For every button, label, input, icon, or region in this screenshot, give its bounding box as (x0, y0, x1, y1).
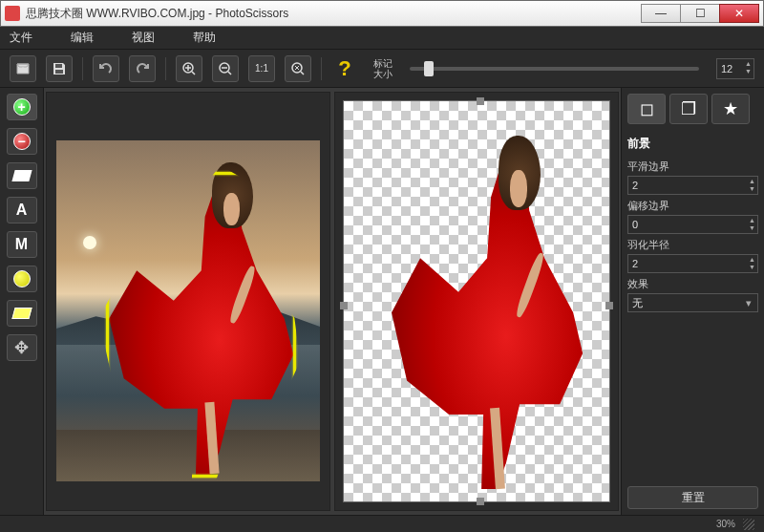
marker-size-spinner[interactable]: 12 ▲ ▼ (716, 58, 754, 79)
spinner-down[interactable]: ▼ (749, 185, 755, 193)
manual-tool[interactable]: M (7, 231, 37, 258)
zoom-actual-button[interactable]: 1:1 (248, 55, 275, 82)
spinner-down[interactable]: ▼ (749, 224, 755, 232)
window-titlebar: 思腾技术圈 WWW.RVIBO.COM.jpg - PhotoScissors … (0, 0, 764, 27)
selection-outline (106, 172, 296, 478)
separator (165, 57, 166, 80)
marker-size-slider[interactable] (410, 67, 699, 71)
result-panel[interactable] (334, 92, 619, 511)
open-button[interactable] (10, 55, 36, 82)
zoom-fit-button[interactable] (285, 55, 311, 82)
settings-tabs: ◻ ❐ ★ (627, 94, 758, 124)
feather-radius-input[interactable]: 2 ▲▼ (627, 254, 758, 273)
plus-circle-icon (13, 98, 31, 116)
spinner-up[interactable]: ▲ (749, 217, 755, 224)
feather-value: 2 (632, 258, 638, 269)
app-icon (5, 6, 20, 21)
feather-radius-label: 羽化半径 (627, 238, 758, 252)
undo-icon (98, 61, 114, 76)
tab-foreground[interactable]: ◻ (627, 94, 666, 124)
window-controls: — ☐ ✕ (642, 4, 759, 23)
add-foreground-tool[interactable] (7, 94, 37, 120)
slider-thumb[interactable] (424, 61, 434, 76)
menu-bar: 文件 编辑 视图 帮助 (0, 27, 764, 50)
maximize-button[interactable]: ☐ (680, 4, 720, 23)
separator (321, 57, 322, 80)
yellow-eraser-tool[interactable] (7, 300, 37, 327)
help-icon: ? (338, 56, 350, 81)
save-icon (52, 61, 67, 76)
crop-handle-right[interactable] (605, 302, 613, 309)
auto-tool[interactable]: A (7, 197, 37, 223)
reset-button[interactable]: 重置 (627, 486, 758, 509)
zoom-in-icon (181, 61, 197, 76)
separator (82, 57, 83, 80)
main-area: A M ✥ (0, 88, 764, 515)
offset-boundary-input[interactable]: 0 ▲▼ (627, 215, 758, 234)
foreground-section-title: 前景 (627, 136, 758, 152)
effect-value: 无 (632, 296, 643, 310)
copy-icon: ❐ (681, 98, 696, 119)
move-icon: ✥ (14, 337, 29, 358)
spinner-down[interactable]: ▼ (745, 68, 752, 75)
zoom-out-button[interactable] (212, 55, 239, 82)
smooth-boundary-input[interactable]: 2 ▲▼ (627, 176, 758, 195)
crop-handle-left[interactable] (340, 302, 348, 309)
resize-grip[interactable] (743, 519, 754, 530)
crop-handle-top[interactable] (477, 97, 484, 105)
spinner-up[interactable]: ▲ (749, 178, 755, 185)
menu-view[interactable]: 视图 (132, 30, 155, 46)
tab-background[interactable]: ❐ (669, 94, 708, 124)
zoom-11-icon: 1:1 (255, 63, 268, 74)
original-panel[interactable] (46, 92, 330, 511)
letter-a-icon: A (16, 202, 28, 219)
window-title: 思腾技术圈 WWW.RVIBO.COM.jpg - PhotoScissors (26, 6, 642, 22)
undo-button[interactable] (93, 55, 119, 82)
settings-panel: ◻ ❐ ★ 前景 平滑边界 2 ▲▼ 偏移边界 0 ▲▼ 羽化半径 2 ▲▼ 效… (621, 88, 764, 515)
marker-size-value: 12 (721, 63, 732, 74)
effect-dropdown[interactable]: 无 (627, 293, 758, 312)
zoom-out-icon (218, 61, 233, 76)
spinner-down[interactable]: ▼ (749, 264, 755, 271)
status-bar: 30% (0, 515, 764, 532)
effect-label: 效果 (627, 277, 758, 291)
yellow-eraser-icon (11, 308, 32, 319)
square-filled-icon: ◻ (640, 98, 654, 119)
redo-icon (135, 61, 150, 76)
offset-value: 0 (632, 219, 638, 230)
zoom-in-button[interactable] (176, 55, 202, 82)
original-image (56, 140, 320, 481)
smooth-boundary-label: 平滑边界 (627, 160, 758, 174)
star-icon: ★ (723, 98, 738, 119)
menu-help[interactable]: 帮助 (193, 30, 216, 46)
letter-m-icon: M (15, 236, 28, 253)
zoom-fit-icon (290, 61, 306, 76)
yellow-circle-icon (13, 270, 31, 287)
tool-sidebar: A M ✥ (0, 88, 44, 515)
menu-edit[interactable]: 编辑 (71, 30, 94, 46)
transparency-background (343, 100, 610, 502)
spinner-up[interactable]: ▲ (749, 256, 755, 264)
eraser-icon (11, 170, 32, 181)
remove-background-tool[interactable] (7, 128, 37, 155)
save-button[interactable] (46, 55, 73, 82)
svg-rect-0 (55, 64, 62, 68)
offset-boundary-label: 偏移边界 (627, 199, 758, 213)
yellow-marker-tool[interactable] (7, 266, 37, 292)
canvas-area (44, 88, 621, 515)
crop-handle-bottom[interactable] (477, 498, 484, 505)
menu-file[interactable]: 文件 (10, 30, 32, 46)
spinner-arrows: ▲ ▼ (745, 60, 752, 75)
top-toolbar: 1:1 ? 标记 大小 12 ▲ ▼ (0, 50, 764, 88)
redo-button[interactable] (129, 55, 156, 82)
tab-favorite[interactable]: ★ (711, 94, 750, 124)
move-tool[interactable]: ✥ (7, 334, 37, 361)
close-button[interactable]: ✕ (719, 4, 759, 23)
help-button[interactable]: ? (331, 55, 358, 82)
minimize-button[interactable]: — (641, 4, 681, 23)
eraser-tool[interactable] (7, 162, 37, 189)
reset-label: 重置 (682, 490, 705, 506)
spinner-up[interactable]: ▲ (745, 60, 752, 68)
minus-circle-icon (13, 133, 31, 150)
smooth-value: 2 (632, 180, 638, 191)
